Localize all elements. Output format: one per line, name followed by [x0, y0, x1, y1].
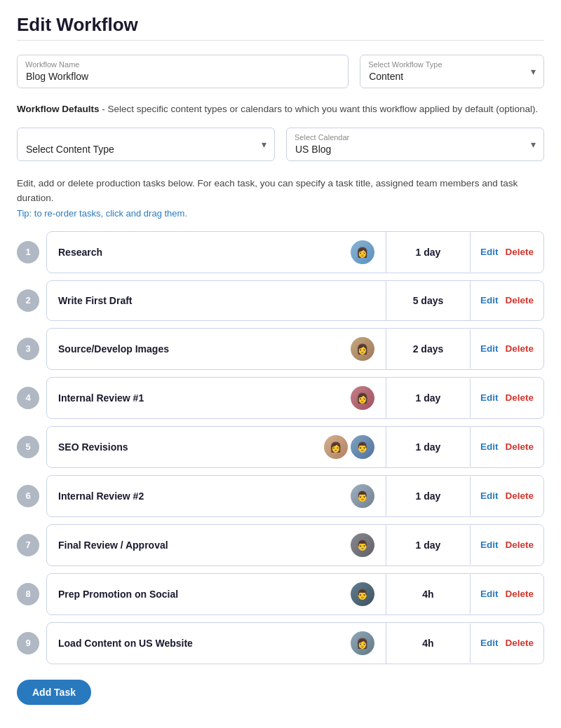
task-name-4: Internal Review #1	[58, 392, 342, 404]
task-name-section-4: Internal Review #1👩	[47, 378, 386, 418]
task-duration-9: 4h	[386, 624, 471, 663]
workflow-name-input[interactable]	[17, 55, 349, 88]
task-duration-4: 1 day	[386, 378, 471, 418]
edit-task-3-button[interactable]: Edit	[480, 343, 499, 354]
task-avatars-6: 👨	[351, 484, 374, 508]
task-actions-2: EditDelete	[471, 287, 543, 314]
task-number-3: 3	[17, 338, 39, 360]
edit-task-2-button[interactable]: Edit	[480, 295, 499, 305]
task-name-1: Research	[58, 247, 342, 258]
workflow-type-field: Select Workflow Type Content	[360, 55, 544, 88]
task-actions-6: EditDelete	[471, 482, 543, 509]
task-row: 8Prep Promotion on Social👨4hEditDelete	[17, 573, 544, 615]
workflow-name-field: Workflow Name	[17, 55, 349, 88]
task-number-8: 8	[17, 583, 39, 605]
task-actions-5: EditDelete	[471, 433, 543, 460]
task-card-4: Internal Review #1👩1 dayEditDelete	[46, 377, 544, 419]
task-row: 5SEO Revisions👩👨1 dayEditDelete	[17, 426, 544, 468]
task-card-8: Prep Promotion on Social👨4hEditDelete	[46, 573, 544, 615]
avatar: 👨	[351, 582, 374, 606]
task-duration-2: 5 days	[386, 281, 471, 320]
edit-task-6-button[interactable]: Edit	[480, 490, 499, 501]
task-number-5: 5	[17, 436, 39, 458]
delete-task-2-button[interactable]: Delete	[505, 295, 534, 305]
delete-task-1-button[interactable]: Delete	[505, 247, 534, 257]
task-name-section-2: Write First Draft	[47, 281, 386, 320]
edit-task-4-button[interactable]: Edit	[480, 392, 499, 403]
task-avatars-3: 👩	[351, 337, 374, 361]
edit-task-7-button[interactable]: Edit	[480, 540, 499, 550]
task-actions-9: EditDelete	[471, 629, 543, 657]
task-card-3: Source/Develop Images👩2 daysEditDelete	[46, 328, 544, 370]
task-name-section-6: Internal Review #2👨	[47, 476, 386, 516]
task-avatars-9: 👩	[351, 631, 374, 655]
title-divider	[17, 40, 544, 41]
instruction-text: Edit, add or delete production tasks bel…	[17, 177, 544, 205]
avatar: 👩	[351, 240, 374, 264]
task-name-5: SEO Revisions	[58, 441, 316, 453]
task-row: 2Write First Draft5 daysEditDelete	[17, 280, 544, 321]
avatar: 👩	[351, 386, 374, 410]
task-avatars-8: 👨	[351, 582, 374, 606]
content-type-select[interactable]: Select Content Type	[17, 128, 275, 161]
task-duration-7: 1 day	[386, 526, 471, 565]
task-row: 4Internal Review #1👩1 dayEditDelete	[17, 377, 544, 419]
task-name-6: Internal Review #2	[58, 490, 342, 502]
task-row: 6Internal Review #2👨1 dayEditDelete	[17, 475, 544, 517]
task-actions-1: EditDelete	[471, 238, 543, 266]
avatar: 👨	[351, 484, 374, 508]
task-number-4: 4	[17, 387, 39, 409]
edit-task-8-button[interactable]: Edit	[480, 589, 499, 599]
calendar-select[interactable]: US Blog	[286, 128, 544, 161]
task-duration-3: 2 days	[386, 329, 471, 369]
task-row: 7Final Review / Approval👨1 dayEditDelete	[17, 524, 544, 566]
delete-task-5-button[interactable]: Delete	[505, 441, 534, 452]
task-name-2: Write First Draft	[58, 295, 374, 306]
add-task-button[interactable]: Add Task	[17, 680, 91, 705]
task-name-8: Prep Promotion on Social	[58, 589, 342, 600]
task-name-section-7: Final Review / Approval👨	[47, 525, 386, 565]
task-name-9: Load Content on US Website	[58, 638, 342, 649]
task-duration-5: 1 day	[386, 427, 471, 467]
task-card-7: Final Review / Approval👨1 dayEditDelete	[46, 524, 544, 566]
delete-task-7-button[interactable]: Delete	[505, 540, 534, 550]
task-card-6: Internal Review #2👨1 dayEditDelete	[46, 475, 544, 517]
task-avatars-5: 👩👨	[324, 435, 374, 459]
task-number-2: 2	[17, 289, 39, 312]
task-card-9: Load Content on US Website👩4hEditDelete	[46, 622, 544, 664]
delete-task-3-button[interactable]: Delete	[505, 343, 534, 354]
task-avatars-4: 👩	[351, 386, 374, 410]
calendar-field: Select Calendar US Blog	[286, 128, 544, 161]
task-row: 1Research👩1 dayEditDelete	[17, 231, 544, 273]
delete-task-9-button[interactable]: Delete	[505, 638, 534, 648]
avatar: 👩	[351, 337, 374, 361]
task-row: 3Source/Develop Images👩2 daysEditDelete	[17, 328, 544, 370]
workflow-type-select[interactable]: Content	[360, 55, 544, 88]
task-number-7: 7	[17, 534, 39, 556]
tip-text: Tip: to re-order tasks, click and drag t…	[17, 208, 544, 219]
defaults-row: Select Content Type Select Calendar US B…	[17, 128, 544, 161]
edit-task-9-button[interactable]: Edit	[480, 638, 499, 648]
edit-task-5-button[interactable]: Edit	[480, 441, 499, 452]
task-name-section-9: Load Content on US Website👩	[47, 623, 386, 664]
tasks-list: 1Research👩1 dayEditDelete2Write First Dr…	[17, 231, 544, 664]
task-actions-7: EditDelete	[471, 531, 543, 558]
workflow-defaults-subtext: - Select specific content types or calen…	[100, 104, 539, 114]
task-name-section-8: Prep Promotion on Social👨	[47, 574, 386, 614]
page-title: Edit Workflow	[17, 14, 544, 36]
task-name-3: Source/Develop Images	[58, 343, 342, 355]
task-name-section-5: SEO Revisions👩👨	[47, 427, 386, 467]
edit-task-1-button[interactable]: Edit	[480, 247, 499, 257]
task-duration-6: 1 day	[386, 476, 471, 516]
task-name-7: Final Review / Approval	[58, 540, 342, 551]
task-actions-4: EditDelete	[471, 384, 543, 411]
task-number-6: 6	[17, 485, 39, 507]
delete-task-4-button[interactable]: Delete	[505, 392, 534, 403]
avatar: 👩	[351, 631, 374, 655]
content-type-field: Select Content Type	[17, 128, 275, 161]
task-card-5: SEO Revisions👩👨1 dayEditDelete	[46, 426, 544, 468]
task-avatars-7: 👨	[351, 533, 374, 557]
task-name-section-1: Research👩	[47, 232, 386, 273]
delete-task-6-button[interactable]: Delete	[505, 490, 534, 501]
delete-task-8-button[interactable]: Delete	[505, 589, 534, 599]
